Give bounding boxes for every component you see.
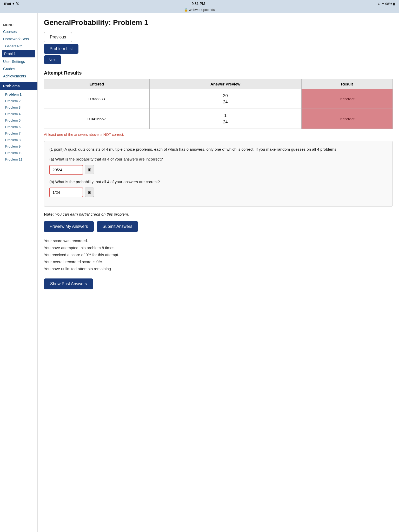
problem-list-button[interactable]: Problem List [44,44,78,54]
sidebar-item-grades[interactable]: Grades [0,65,37,72]
attempt-results-heading: Attempt Results [44,70,393,76]
part-b-grid-button[interactable]: ⊞ [85,188,94,197]
sidebar-item-probl1[interactable]: Probl 1 [2,50,35,57]
sidebar-item-achievements[interactable]: Achievements [0,72,37,80]
problem-box: (1 point) A quick quiz consists of 4 mul… [44,141,393,207]
status-right: ⊕ ✦ 98% ▮ [378,2,395,6]
part-a-question: (a) What is the probability that all 4 o… [49,156,387,162]
previous-button[interactable]: Previous [44,32,72,42]
part-b-input[interactable] [49,188,83,197]
action-buttons: Preview My Answers Submit Answers [44,221,393,232]
next-button[interactable]: Next [44,55,61,64]
problem-description-text: (1 point) A quick quiz consists of 4 mul… [49,147,337,151]
sidebar: ... MENU Courses Homework Sets GeneralPr… [0,13,38,532]
sidebar-item-problem-11[interactable]: Problem 11 [0,156,37,163]
status-left: iPad ✦ ⌘ [4,2,19,6]
sidebar-item-problem-6[interactable]: Problem 6 [0,124,37,130]
page-title: GeneralProbability: Problem 1 [44,18,393,27]
sidebar-menu-label: MENU [0,21,37,28]
sidebar-item-user-settings[interactable]: User Settings [0,58,37,65]
table-row: 0.833333 20 24 incorrect [44,89,393,109]
battery-icon: ⊕ ✦ 98% ▮ [378,2,395,6]
sidebar-item-problem-7[interactable]: Problem 7 [0,130,37,137]
col-header-result: Result [301,79,393,89]
col-header-preview: Answer Preview [149,79,301,89]
problem-description: (1 point) A quick quiz consists of 4 mul… [49,146,387,152]
col-header-entered: Entered [44,79,150,89]
fraction-1-numer: 20 [222,93,229,99]
preview-my-answers-button[interactable]: Preview My Answers [44,221,94,232]
fraction-2-denom: 24 [222,119,229,124]
entered-value-1: 0.833333 [44,89,150,109]
sidebar-item-problem-4[interactable]: Problem 4 [0,111,37,117]
part-b-question: (b) What is the probability that all 4 o… [49,179,387,185]
fraction-2: 1 24 [222,113,229,124]
sidebar-item-problem-2[interactable]: Problem 2 [0,98,37,104]
sidebar-top-partial: ... [0,15,37,21]
entered-value-2: 0.0416667 [44,109,150,129]
status-time: 9:31 PM [192,2,205,6]
sidebar-item-problem-1[interactable]: Problem 1 [0,91,37,98]
table-row: 0.0416667 1 24 incorrect [44,109,393,129]
sidebar-item-homework-sets[interactable]: Homework Sets [0,35,37,43]
main-content: GeneralProbability: Problem 1 Previous P… [38,13,399,532]
score-info: Your score was recorded. You have attemp… [44,237,393,272]
preview-value-1: 20 24 [149,89,301,109]
device-label: iPad ✦ ⌘ [4,2,19,6]
score-line-5: You have unlimited attempts remaining. [44,265,393,272]
submit-answers-button[interactable]: Submit Answers [97,221,138,232]
sidebar-item-problem-5[interactable]: Problem 5 [0,117,37,124]
result-value-1: incorrect [301,89,393,109]
url-text: webwork.pcc.edu [189,8,215,12]
url-bar[interactable]: 🔒 webwork.pcc.edu [0,7,399,13]
note-text: Note: You can earn partial credit on thi… [44,212,393,216]
fraction-1-denom: 24 [222,99,229,104]
problems-section-header: Problems [0,82,37,90]
result-value-2: incorrect [301,109,393,129]
part-a-input[interactable] [49,165,83,175]
fraction-2-numer: 1 [223,113,228,119]
show-past-answers-button[interactable]: Show Past Answers [44,278,93,289]
fraction-1: 20 24 [222,93,229,104]
score-line-1: Your score was recorded. [44,237,393,244]
lock-icon: 🔒 [184,8,188,12]
part-a-grid-button[interactable]: ⊞ [85,165,94,174]
part-a-answer-row: ⊞ [49,165,387,175]
sidebar-item-general-pro[interactable]: GeneralPro... [0,43,37,50]
score-line-4: Your overall recorded score is 0%. [44,258,393,265]
note-content: You can earn partial credit on this prob… [55,212,129,216]
sidebar-item-problem-8[interactable]: Problem 8 [0,137,37,143]
attempt-results-section: Attempt Results Entered Answer Preview R… [44,70,393,129]
app-wrapper: ... MENU Courses Homework Sets GeneralPr… [0,13,399,532]
part-b-answer-row: ⊞ [49,188,387,197]
preview-value-2: 1 24 [149,109,301,129]
error-message: At least one of the answers above is NOT… [44,132,393,137]
nav-buttons: Previous Problem List Next [44,32,393,64]
score-line-2: You have attempted this problem 8 times. [44,244,393,251]
sidebar-item-problem-3[interactable]: Problem 3 [0,104,37,111]
status-bar: iPad ✦ ⌘ 9:31 PM ⊕ ✦ 98% ▮ [0,0,399,7]
sidebar-item-courses[interactable]: Courses [0,28,37,35]
sidebar-item-problem-10[interactable]: Problem 10 [0,150,37,156]
sidebar-item-problem-9[interactable]: Problem 9 [0,143,37,150]
score-line-3: You received a score of 0% for this atte… [44,251,393,258]
results-table: Entered Answer Preview Result 0.833333 2… [44,79,393,129]
